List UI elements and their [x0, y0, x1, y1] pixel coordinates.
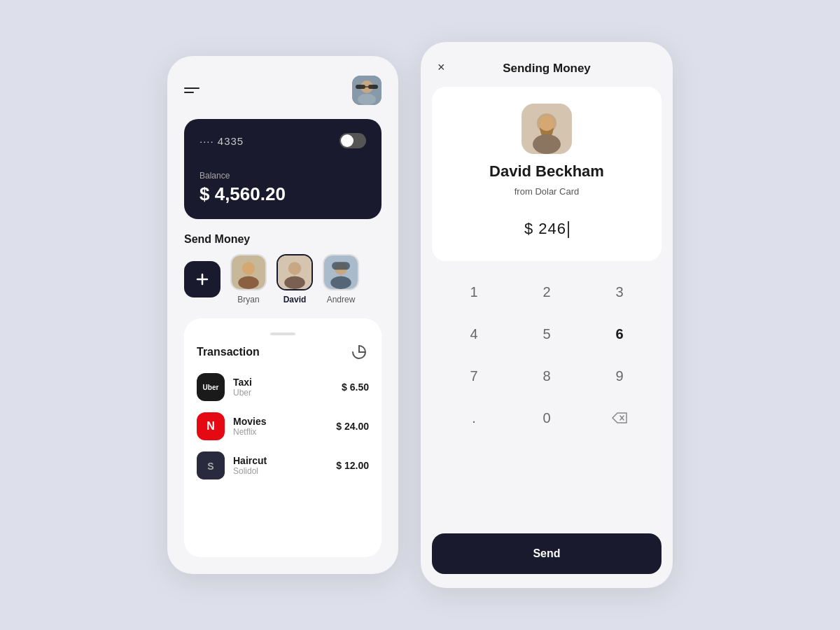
- send-button-label: Send: [533, 547, 560, 560]
- contact-avatar-bryan: [230, 254, 267, 290]
- svg-text:S: S: [207, 461, 214, 472]
- key-6[interactable]: 6: [583, 314, 656, 354]
- key-1[interactable]: 1: [438, 272, 510, 312]
- key-2[interactable]: 2: [510, 272, 583, 312]
- key-4[interactable]: 4: [438, 314, 510, 354]
- balance-value: $ 4,560.20: [200, 183, 366, 205]
- amount-display: $ 246: [524, 220, 569, 238]
- svg-point-16: [330, 276, 351, 289]
- add-contact-button[interactable]: [184, 261, 220, 298]
- txn-logo-solidol: S: [197, 451, 225, 479]
- svg-rect-17: [332, 262, 350, 270]
- txn-logo-uber: Uber: [197, 373, 225, 401]
- table-row[interactable]: S Haircut Solidol $ 12.00: [197, 451, 369, 479]
- transaction-list: Uber Taxi Uber $ 6.50 N Movies Netflix $…: [197, 373, 369, 479]
- transaction-title: Transaction: [197, 346, 260, 358]
- txn-sub: Uber: [233, 388, 333, 398]
- amount-input[interactable]: $ 246: [446, 211, 648, 247]
- send-money-section: Send Money Bryan: [184, 233, 382, 304]
- send-money-title: Send Money: [184, 233, 382, 246]
- right-phone-card: × Sending Money David Beckham from Dolar…: [421, 42, 673, 588]
- menu-icon[interactable]: [184, 88, 200, 93]
- key-.[interactable]: .: [438, 398, 510, 438]
- contact-name-david: David: [284, 295, 307, 304]
- key-7[interactable]: 7: [438, 356, 510, 396]
- card-number: ···· 4335: [200, 135, 244, 147]
- svg-point-10: [238, 276, 259, 289]
- txn-info-taxi: Taxi Uber: [233, 377, 333, 398]
- table-row[interactable]: N Movies Netflix $ 24.00: [197, 412, 369, 440]
- svg-point-12: [288, 262, 301, 274]
- send-money-row: Bryan David: [184, 254, 382, 304]
- txn-info-movies: Movies Netflix: [233, 416, 328, 437]
- backspace-key[interactable]: [583, 398, 656, 438]
- txn-amount: $ 24.00: [336, 421, 369, 432]
- contact-avatar-david: [276, 254, 313, 290]
- svg-rect-4: [365, 86, 368, 88]
- top-bar: [184, 76, 382, 105]
- contact-name-andrew: Andrew: [327, 295, 356, 304]
- key-9[interactable]: 9: [583, 356, 656, 396]
- credit-card: ···· 4335 Balance $ 4,560.20: [184, 119, 382, 219]
- sending-money-header: × Sending Money: [421, 42, 673, 87]
- svg-point-23: [533, 134, 561, 154]
- recipient-from: from Dolar Card: [514, 186, 579, 197]
- transaction-section: Transaction Uber Taxi Uber $ 6.50: [184, 318, 382, 557]
- txn-name: Movies: [233, 416, 328, 427]
- contact-name-bryan: Bryan: [237, 295, 259, 304]
- left-phone-card: ···· 4335 Balance $ 4,560.20 Send Money: [167, 56, 398, 574]
- recipient-name: David Beckham: [489, 162, 604, 181]
- balance-label: Balance: [200, 171, 366, 181]
- svg-rect-3: [368, 85, 378, 89]
- txn-sub: Solidol: [233, 466, 328, 476]
- txn-info-haircut: Haircut Solidol: [233, 455, 328, 476]
- chart-icon[interactable]: [349, 342, 369, 362]
- contact-david[interactable]: David: [276, 254, 313, 304]
- key-5[interactable]: 5: [510, 314, 583, 354]
- send-button[interactable]: Send: [432, 533, 662, 574]
- svg-point-13: [284, 276, 305, 289]
- key-8[interactable]: 8: [510, 356, 583, 396]
- contact-bryan[interactable]: Bryan: [230, 254, 267, 304]
- txn-name: Haircut: [233, 455, 328, 466]
- txn-name: Taxi: [233, 377, 333, 388]
- key-0[interactable]: 0: [510, 398, 583, 438]
- recipient-avatar: [522, 104, 572, 154]
- txn-amount: $ 12.00: [336, 460, 369, 471]
- svg-point-5: [358, 94, 376, 105]
- user-avatar[interactable]: [352, 76, 382, 105]
- recipient-section: David Beckham from Dolar Card $ 246: [432, 87, 662, 261]
- key-3[interactable]: 3: [583, 272, 656, 312]
- keypad-grid: 123456789.0: [438, 272, 656, 438]
- contact-andrew[interactable]: Andrew: [323, 254, 359, 304]
- close-button[interactable]: ×: [438, 61, 445, 74]
- txn-amount: $ 6.50: [342, 382, 369, 393]
- svg-point-9: [242, 262, 255, 274]
- keypad: 123456789.0: [421, 261, 673, 525]
- contact-avatar-andrew: [323, 254, 359, 290]
- svg-rect-2: [356, 85, 365, 89]
- txn-sub: Netflix: [233, 427, 328, 437]
- table-row[interactable]: Uber Taxi Uber $ 6.50: [197, 373, 369, 401]
- page-title: Sending Money: [503, 62, 591, 76]
- card-toggle[interactable]: [340, 133, 366, 148]
- txn-logo-netflix: N: [197, 412, 225, 440]
